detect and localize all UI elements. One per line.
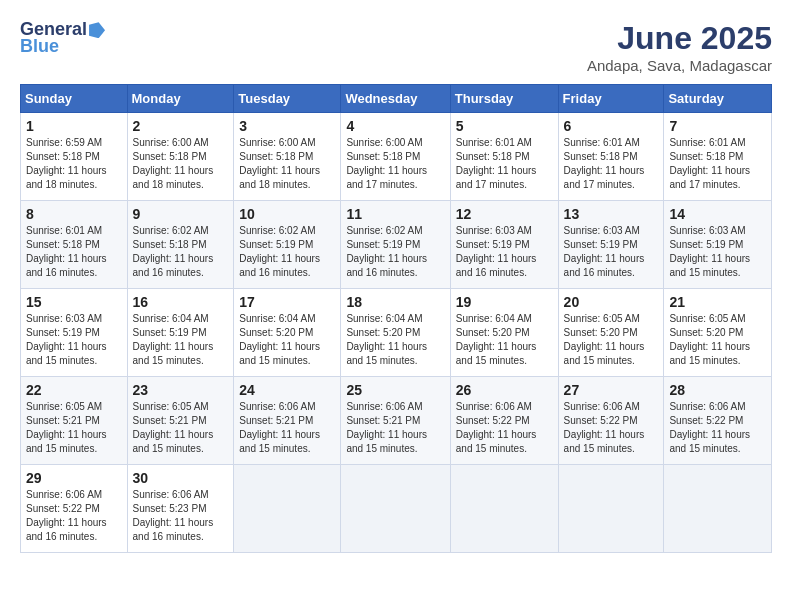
table-row	[234, 465, 341, 553]
day-info: Sunrise: 6:05 AMSunset: 5:20 PMDaylight:…	[564, 313, 645, 366]
table-row: 19 Sunrise: 6:04 AMSunset: 5:20 PMDaylig…	[450, 289, 558, 377]
day-number: 16	[133, 294, 229, 310]
day-info: Sunrise: 6:00 AMSunset: 5:18 PMDaylight:…	[239, 137, 320, 190]
day-info: Sunrise: 6:04 AMSunset: 5:20 PMDaylight:…	[456, 313, 537, 366]
day-info: Sunrise: 6:06 AMSunset: 5:22 PMDaylight:…	[564, 401, 645, 454]
day-info: Sunrise: 6:01 AMSunset: 5:18 PMDaylight:…	[564, 137, 645, 190]
table-row: 26 Sunrise: 6:06 AMSunset: 5:22 PMDaylig…	[450, 377, 558, 465]
day-number: 8	[26, 206, 122, 222]
day-info: Sunrise: 6:03 AMSunset: 5:19 PMDaylight:…	[564, 225, 645, 278]
day-number: 30	[133, 470, 229, 486]
col-saturday: Saturday	[664, 85, 772, 113]
day-number: 20	[564, 294, 659, 310]
calendar-row: 1 Sunrise: 6:59 AMSunset: 5:18 PMDayligh…	[21, 113, 772, 201]
day-info: Sunrise: 6:02 AMSunset: 5:19 PMDaylight:…	[239, 225, 320, 278]
table-row: 24 Sunrise: 6:06 AMSunset: 5:21 PMDaylig…	[234, 377, 341, 465]
day-info: Sunrise: 6:03 AMSunset: 5:19 PMDaylight:…	[26, 313, 107, 366]
table-row: 29 Sunrise: 6:06 AMSunset: 5:22 PMDaylig…	[21, 465, 128, 553]
table-row	[450, 465, 558, 553]
table-row: 4 Sunrise: 6:00 AMSunset: 5:18 PMDayligh…	[341, 113, 450, 201]
title-area: June 2025 Andapa, Sava, Madagascar	[587, 20, 772, 74]
day-info: Sunrise: 6:02 AMSunset: 5:19 PMDaylight:…	[346, 225, 427, 278]
day-number: 9	[133, 206, 229, 222]
table-row: 23 Sunrise: 6:05 AMSunset: 5:21 PMDaylig…	[127, 377, 234, 465]
day-number: 10	[239, 206, 335, 222]
day-info: Sunrise: 6:01 AMSunset: 5:18 PMDaylight:…	[26, 225, 107, 278]
calendar-row: 29 Sunrise: 6:06 AMSunset: 5:22 PMDaylig…	[21, 465, 772, 553]
day-number: 23	[133, 382, 229, 398]
day-number: 25	[346, 382, 444, 398]
table-row: 9 Sunrise: 6:02 AMSunset: 5:18 PMDayligh…	[127, 201, 234, 289]
logo: General Blue	[20, 20, 107, 57]
location-title: Andapa, Sava, Madagascar	[587, 57, 772, 74]
day-info: Sunrise: 6:06 AMSunset: 5:22 PMDaylight:…	[456, 401, 537, 454]
day-number: 19	[456, 294, 553, 310]
day-number: 15	[26, 294, 122, 310]
day-number: 29	[26, 470, 122, 486]
calendar-table: Sunday Monday Tuesday Wednesday Thursday…	[20, 84, 772, 553]
table-row: 11 Sunrise: 6:02 AMSunset: 5:19 PMDaylig…	[341, 201, 450, 289]
table-row: 13 Sunrise: 6:03 AMSunset: 5:19 PMDaylig…	[558, 201, 664, 289]
day-info: Sunrise: 6:01 AMSunset: 5:18 PMDaylight:…	[456, 137, 537, 190]
day-info: Sunrise: 6:04 AMSunset: 5:20 PMDaylight:…	[346, 313, 427, 366]
calendar-row: 8 Sunrise: 6:01 AMSunset: 5:18 PMDayligh…	[21, 201, 772, 289]
table-row: 20 Sunrise: 6:05 AMSunset: 5:20 PMDaylig…	[558, 289, 664, 377]
table-row: 3 Sunrise: 6:00 AMSunset: 5:18 PMDayligh…	[234, 113, 341, 201]
day-info: Sunrise: 6:04 AMSunset: 5:20 PMDaylight:…	[239, 313, 320, 366]
day-info: Sunrise: 6:02 AMSunset: 5:18 PMDaylight:…	[133, 225, 214, 278]
table-row: 15 Sunrise: 6:03 AMSunset: 5:19 PMDaylig…	[21, 289, 128, 377]
col-monday: Monday	[127, 85, 234, 113]
day-number: 18	[346, 294, 444, 310]
day-info: Sunrise: 6:05 AMSunset: 5:20 PMDaylight:…	[669, 313, 750, 366]
table-row: 28 Sunrise: 6:06 AMSunset: 5:22 PMDaylig…	[664, 377, 772, 465]
col-thursday: Thursday	[450, 85, 558, 113]
table-row: 25 Sunrise: 6:06 AMSunset: 5:21 PMDaylig…	[341, 377, 450, 465]
table-row: 7 Sunrise: 6:01 AMSunset: 5:18 PMDayligh…	[664, 113, 772, 201]
table-row: 21 Sunrise: 6:05 AMSunset: 5:20 PMDaylig…	[664, 289, 772, 377]
day-info: Sunrise: 6:05 AMSunset: 5:21 PMDaylight:…	[133, 401, 214, 454]
table-row: 6 Sunrise: 6:01 AMSunset: 5:18 PMDayligh…	[558, 113, 664, 201]
day-number: 22	[26, 382, 122, 398]
day-number: 26	[456, 382, 553, 398]
calendar-row: 15 Sunrise: 6:03 AMSunset: 5:19 PMDaylig…	[21, 289, 772, 377]
table-row: 5 Sunrise: 6:01 AMSunset: 5:18 PMDayligh…	[450, 113, 558, 201]
day-info: Sunrise: 6:00 AMSunset: 5:18 PMDaylight:…	[133, 137, 214, 190]
day-info: Sunrise: 6:06 AMSunset: 5:21 PMDaylight:…	[346, 401, 427, 454]
day-number: 24	[239, 382, 335, 398]
day-info: Sunrise: 6:04 AMSunset: 5:19 PMDaylight:…	[133, 313, 214, 366]
table-row: 16 Sunrise: 6:04 AMSunset: 5:19 PMDaylig…	[127, 289, 234, 377]
day-number: 12	[456, 206, 553, 222]
table-row: 1 Sunrise: 6:59 AMSunset: 5:18 PMDayligh…	[21, 113, 128, 201]
day-number: 11	[346, 206, 444, 222]
col-friday: Friday	[558, 85, 664, 113]
day-number: 21	[669, 294, 766, 310]
day-number: 3	[239, 118, 335, 134]
day-info: Sunrise: 6:00 AMSunset: 5:18 PMDaylight:…	[346, 137, 427, 190]
table-row: 22 Sunrise: 6:05 AMSunset: 5:21 PMDaylig…	[21, 377, 128, 465]
table-row	[341, 465, 450, 553]
day-number: 2	[133, 118, 229, 134]
day-number: 13	[564, 206, 659, 222]
day-info: Sunrise: 6:05 AMSunset: 5:21 PMDaylight:…	[26, 401, 107, 454]
month-title: June 2025	[587, 20, 772, 57]
day-number: 27	[564, 382, 659, 398]
header-row: Sunday Monday Tuesday Wednesday Thursday…	[21, 85, 772, 113]
day-number: 5	[456, 118, 553, 134]
table-row: 2 Sunrise: 6:00 AMSunset: 5:18 PMDayligh…	[127, 113, 234, 201]
day-info: Sunrise: 6:06 AMSunset: 5:22 PMDaylight:…	[26, 489, 107, 542]
col-tuesday: Tuesday	[234, 85, 341, 113]
day-info: Sunrise: 6:59 AMSunset: 5:18 PMDaylight:…	[26, 137, 107, 190]
table-row	[664, 465, 772, 553]
table-row: 10 Sunrise: 6:02 AMSunset: 5:19 PMDaylig…	[234, 201, 341, 289]
table-row: 12 Sunrise: 6:03 AMSunset: 5:19 PMDaylig…	[450, 201, 558, 289]
day-number: 7	[669, 118, 766, 134]
header: General Blue June 2025 Andapa, Sava, Mad…	[20, 20, 772, 74]
day-info: Sunrise: 6:03 AMSunset: 5:19 PMDaylight:…	[456, 225, 537, 278]
day-info: Sunrise: 6:06 AMSunset: 5:23 PMDaylight:…	[133, 489, 214, 542]
table-row: 18 Sunrise: 6:04 AMSunset: 5:20 PMDaylig…	[341, 289, 450, 377]
day-info: Sunrise: 6:06 AMSunset: 5:22 PMDaylight:…	[669, 401, 750, 454]
table-row: 8 Sunrise: 6:01 AMSunset: 5:18 PMDayligh…	[21, 201, 128, 289]
table-row: 17 Sunrise: 6:04 AMSunset: 5:20 PMDaylig…	[234, 289, 341, 377]
calendar-row: 22 Sunrise: 6:05 AMSunset: 5:21 PMDaylig…	[21, 377, 772, 465]
day-info: Sunrise: 6:03 AMSunset: 5:19 PMDaylight:…	[669, 225, 750, 278]
